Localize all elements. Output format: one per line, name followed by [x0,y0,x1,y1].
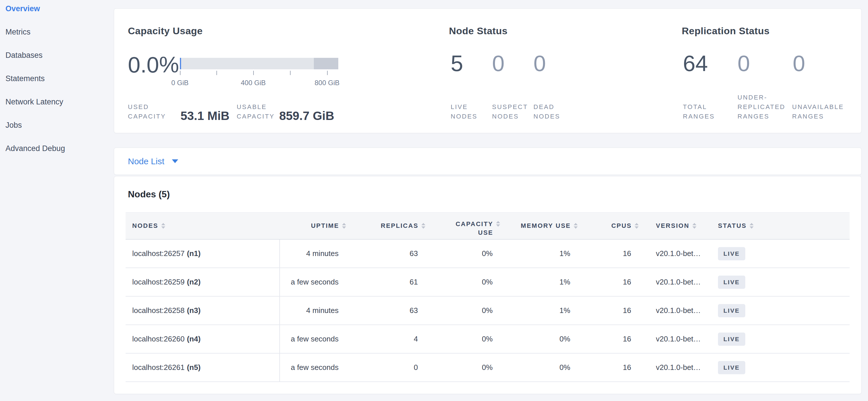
sort-arrows-icon[interactable] [692,223,696,229]
status-badge: LIVE [718,304,745,317]
axis-label-800: 800 GiB [315,79,340,87]
under-replicated-ranges-count: 0 [738,52,793,75]
used-capacity-value: 53.1 MiB [181,109,229,123]
sidebar-item-metrics[interactable]: Metrics [0,21,114,44]
table-row: localhost:26260 (n4) a few seconds 4 0% … [126,325,849,353]
table-row: localhost:26259 (n2) a few seconds 61 0%… [126,268,849,296]
memory-use-cell: 1% [502,268,580,296]
usable-capacity-label: USABLE CAPACITY [237,102,277,121]
node-address-cell[interactable]: localhost:26261 (n5) [126,353,280,381]
node-list-dropdown[interactable]: Node List [128,156,164,166]
column-header-capacity-use[interactable]: CAPACITY USE [427,215,502,237]
uptime-cell: a few seconds [280,325,348,353]
capacity-axis: 0 GiB 400 GiB 800 GiB [180,71,338,94]
node-address-cell[interactable]: localhost:26259 (n2) [126,268,280,296]
suspect-nodes-count: 0 [492,52,533,75]
column-header-uptime[interactable]: UPTIME [280,222,348,230]
status-cell: LIVE [710,353,849,381]
suspect-nodes-label: SUSPECT NODES [492,102,530,121]
replication-numbers: 64 0 0 [683,52,805,75]
capacity-usage-title: Capacity Usage [128,25,203,37]
version-cell: v20.1.0-bet… [640,268,710,296]
cpus-cell: 16 [580,268,640,296]
nodes-card: Nodes (5) NODES UPTIME REPLICAS [114,176,862,394]
column-header-cpus[interactable]: CPUS [580,222,640,230]
sort-arrows-icon[interactable] [161,223,165,229]
capacity-used-percent: 0.0% [128,53,179,77]
capacity-bar-reserved-segment [314,58,338,69]
axis-tick [327,71,328,75]
axis-tick [290,71,290,75]
capacity-use-cell: 0% [427,353,502,381]
column-header-replicas[interactable]: REPLICAS [348,222,427,230]
uptime-cell: 4 minutes [280,239,348,267]
sort-arrows-icon[interactable] [421,223,425,229]
memory-use-cell: 1% [502,239,580,267]
caret-down-icon[interactable] [172,160,178,163]
uptime-cell: a few seconds [280,268,348,296]
sort-arrows-icon[interactable] [750,223,754,229]
used-capacity-label: USED CAPACITY [128,102,174,121]
status-badge: LIVE [718,276,745,289]
node-list-dropdown-bar: Node List [114,148,862,175]
column-header-nodes[interactable]: NODES [126,222,280,230]
sort-arrows-icon[interactable] [342,223,346,229]
status-cell: LIVE [710,325,849,353]
node-address-cell[interactable]: localhost:26260 (n4) [126,325,280,353]
version-cell: v20.1.0-bet… [640,353,710,381]
node-id: (n1) [187,249,200,258]
sort-arrows-icon[interactable] [496,221,500,227]
sort-arrows-icon[interactable] [634,223,639,229]
column-header-version[interactable]: VERSION [640,222,710,230]
replicas-cell: 63 [348,239,427,267]
version-cell: v20.1.0-bet… [640,325,710,353]
node-address-cell[interactable]: localhost:26258 (n3) [126,296,280,324]
version-cell: v20.1.0-bet… [640,296,710,324]
cpus-cell: 16 [580,353,640,381]
status-badge: LIVE [718,333,745,346]
sidebar-nav: Overview Metrics Databases Statements Ne… [0,0,114,160]
table-row: localhost:26257 (n1) 4 minutes 63 0% 1% … [126,239,849,268]
node-id: (n5) [187,363,200,372]
main-content: Capacity Usage 0.0% 0 GiB 400 GiB 800 Gi… [114,0,862,401]
total-ranges-count: 64 [683,52,738,75]
sidebar-item-jobs[interactable]: Jobs [0,114,114,137]
under-replicated-ranges-label: UNDER-REPLICATED RANGES [738,93,791,121]
used-capacity-marker [180,58,181,69]
column-header-memory-use[interactable]: MEMORY USE [502,222,580,230]
sidebar-item-databases[interactable]: Databases [0,44,114,67]
replication-labels: TOTAL RANGES UNDER-REPLICATED RANGES UNA… [683,91,852,121]
replicas-cell: 61 [348,268,427,296]
table-header-row: NODES UPTIME REPLICAS CAPACITY USE [126,212,849,239]
sidebar-item-advanced-debug[interactable]: Advanced Debug [0,137,114,160]
axis-tick [180,71,181,75]
replicas-cell: 0 [348,353,427,381]
status-cell: LIVE [710,239,849,267]
replication-status-title: Replication Status [682,25,770,37]
sidebar-item-overview[interactable]: Overview [0,0,114,21]
capacity-use-cell: 0% [427,296,502,324]
table-row: localhost:26261 (n5) a few seconds 0 0% … [126,353,849,382]
status-badge: LIVE [718,361,745,374]
capacity-use-cell: 0% [427,239,502,267]
capacity-use-cell: 0% [427,268,502,296]
column-header-status[interactable]: STATUS [710,222,849,230]
sidebar-item-network-latency[interactable]: Network Latency [0,90,114,114]
live-nodes-label: LIVE NODES [451,102,489,121]
sort-arrows-icon[interactable] [574,223,578,229]
node-status-title: Node Status [449,25,507,37]
capacity-bar [180,58,338,69]
uptime-cell: 4 minutes [280,296,348,324]
sidebar-item-statements[interactable]: Statements [0,67,114,90]
unavailable-ranges-count: 0 [793,52,805,75]
page: Overview Metrics Databases Statements Ne… [0,0,868,401]
memory-use-cell: 0% [502,325,580,353]
axis-label-0: 0 GiB [171,79,189,87]
sidebar: Overview Metrics Databases Statements Ne… [0,0,114,401]
dead-nodes-count: 0 [533,52,575,75]
table-row: localhost:26258 (n3) 4 minutes 63 0% 1% … [126,296,849,325]
total-ranges-label: TOTAL RANGES [683,102,720,121]
node-address-cell[interactable]: localhost:26257 (n1) [126,239,280,267]
status-cell: LIVE [710,268,849,296]
status-badge: LIVE [718,247,745,260]
